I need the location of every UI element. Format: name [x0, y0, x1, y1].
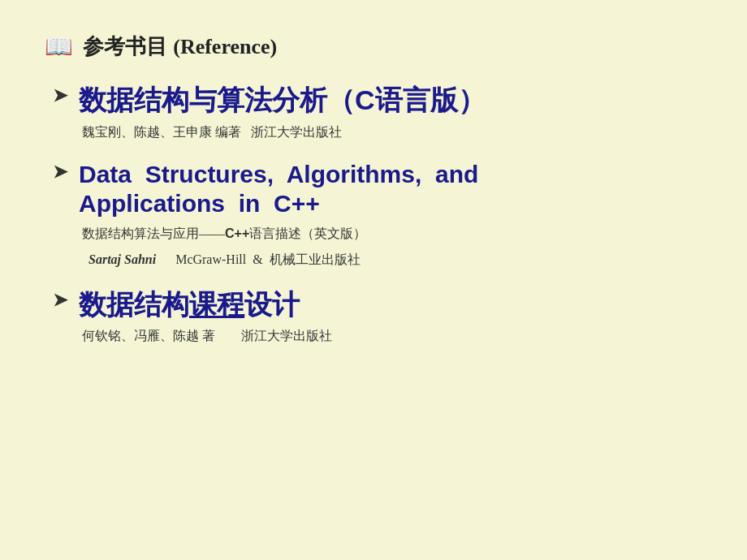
item2-subtitle: 数据结构算法与应用——C++语言描述（英文版）	[53, 223, 702, 244]
arrow-icon: ➤	[53, 290, 67, 311]
book-icon: 📖	[45, 33, 73, 60]
item3-subtitle: 何钦铭、冯雁、陈越 著 浙江大学出版社	[53, 325, 702, 347]
header-title: 参考书目 (Reference)	[83, 32, 277, 61]
item3-title: 数据结构课程设计	[79, 288, 300, 321]
item1-subtitle: 魏宝刚、陈越、王申康 编著 浙江大学出版社	[53, 122, 702, 143]
item2-author: Sartaj Sahni	[89, 252, 156, 266]
slide: 📖 参考书目 (Reference) ➤ 数据结构与算法分析（C语言版） 魏宝刚…	[0, 0, 747, 560]
item2-title-line1: Data Structures, Algorithms, and	[79, 160, 478, 189]
items-container: ➤ 数据结构与算法分析（C语言版） 魏宝刚、陈越、王申康 编著 浙江大学出版社 …	[45, 84, 702, 347]
item3-title-underline: 课程	[189, 289, 244, 320]
arrow-icon: ➤	[53, 162, 67, 183]
item2-title-line2: Applications in C++	[79, 189, 478, 218]
item2-publisher-en: McGraw-Hill	[175, 252, 246, 266]
item2-title-row: ➤ Data Structures, Algorithms, and Appli…	[53, 160, 702, 218]
header: 📖 参考书目 (Reference)	[45, 32, 702, 61]
item2-title: Data Structures, Algorithms, and Applica…	[79, 160, 478, 218]
list-item: ➤ 数据结构与算法分析（C语言版） 魏宝刚、陈越、王申康 编著 浙江大学出版社	[53, 84, 702, 142]
item2-subtitle2: Sartaj Sahni McGraw-Hill & 机械工业出版社	[53, 249, 702, 270]
header-title-en: (Reference)	[173, 35, 277, 58]
item1-title: 数据结构与算法分析（C语言版）	[79, 84, 486, 117]
list-item: ➤ 数据结构课程设计 何钦铭、冯雁、陈越 著 浙江大学出版社	[53, 288, 702, 347]
item1-title-row: ➤ 数据结构与算法分析（C语言版）	[53, 84, 702, 117]
arrow-icon: ➤	[53, 85, 67, 106]
list-item: ➤ Data Structures, Algorithms, and Appli…	[53, 160, 702, 269]
header-title-zh: 参考书目	[83, 34, 167, 58]
item3-title-row: ➤ 数据结构课程设计	[53, 288, 702, 321]
